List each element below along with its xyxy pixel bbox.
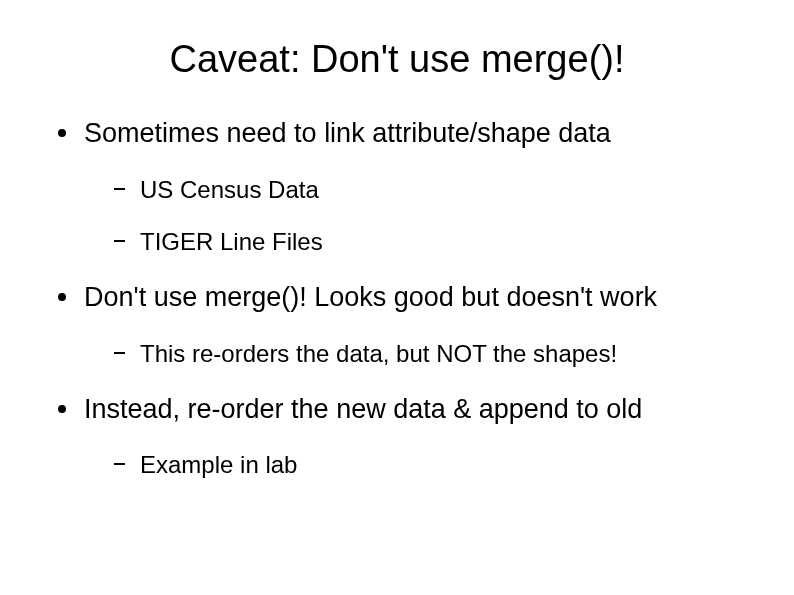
list-item: Instead, re-order the new data & append … (50, 393, 744, 481)
bullet-text: Sometimes need to link attribute/shape d… (84, 118, 611, 148)
bullet-text: TIGER Line Files (140, 228, 323, 255)
sub-list: This re-orders the data, but NOT the sha… (106, 339, 744, 369)
bullet-text: Instead, re-order the new data & append … (84, 394, 642, 424)
slide-title: Caveat: Don't use merge()! (50, 38, 744, 81)
sub-list: US Census Data TIGER Line Files (106, 175, 744, 257)
bullet-text: This re-orders the data, but NOT the sha… (140, 340, 617, 367)
list-item: TIGER Line Files (106, 227, 744, 257)
list-item: This re-orders the data, but NOT the sha… (106, 339, 744, 369)
list-item: US Census Data (106, 175, 744, 205)
slide: Caveat: Don't use merge()! Sometimes nee… (0, 0, 794, 595)
list-item: Don't use merge()! Looks good but doesn'… (50, 281, 744, 369)
list-item: Example in lab (106, 450, 744, 480)
bullet-list: Sometimes need to link attribute/shape d… (50, 117, 744, 480)
bullet-text: US Census Data (140, 176, 319, 203)
list-item: Sometimes need to link attribute/shape d… (50, 117, 744, 257)
sub-list: Example in lab (106, 450, 744, 480)
bullet-text: Example in lab (140, 451, 297, 478)
bullet-text: Don't use merge()! Looks good but doesn'… (84, 282, 657, 312)
